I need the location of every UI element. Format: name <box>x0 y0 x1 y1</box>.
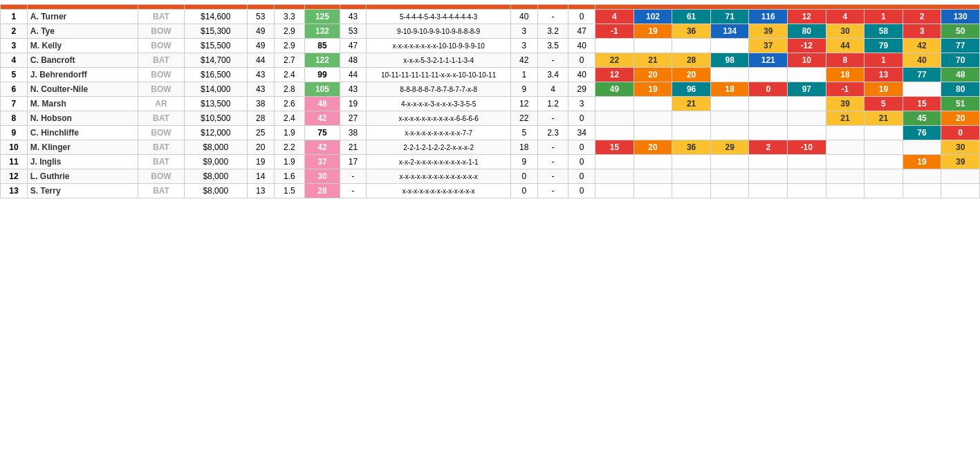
score-cell-1: 20 <box>634 68 672 82</box>
rank-cell: 12 <box>1 169 28 184</box>
ceiling-cell: 48 <box>305 97 340 111</box>
players-table: 1A. TurnerBAT$14,600533.3125435-4-4-4-5-… <box>0 0 980 198</box>
ave-cell: 43 <box>340 10 367 24</box>
score-cell-4: 116 <box>749 10 788 24</box>
proj-cell: 49 <box>247 24 274 39</box>
score-cell-8: 19 <box>903 155 941 169</box>
score-cell-4: 39 <box>749 24 788 39</box>
player-name-cell: N. Coulter-Nile <box>27 82 138 97</box>
table-row: 13S. TerryBAT$8,000131.528-x-x-x-x-x-x-x… <box>1 184 980 198</box>
bowl-pts-cell: 40 <box>568 39 595 53</box>
score-cell-0: 4 <box>595 10 634 24</box>
score-cell-5 <box>788 184 826 198</box>
score-cell-5 <box>788 97 826 111</box>
value-cell: 2.9 <box>274 24 305 39</box>
rank-cell: 5 <box>1 68 28 82</box>
rank-cell: 1 <box>1 10 28 24</box>
score-cell-3 <box>710 111 749 126</box>
score-cell-7: 1 <box>865 53 903 68</box>
score-cell-7 <box>865 184 903 198</box>
score-cell-3 <box>710 39 749 53</box>
bowl-overs-cell: 4 <box>537 82 568 97</box>
col-bat-num <box>367 5 510 10</box>
bowl-pts-cell: 0 <box>568 155 595 169</box>
rank-cell: 13 <box>1 184 28 198</box>
bat-num-cell: 9-10-9-10-9-9-10-9-8-8-8-9 <box>367 24 510 39</box>
score-cell-5: -10 <box>788 140 826 155</box>
proj-cell: 43 <box>247 68 274 82</box>
score-cell-3 <box>710 155 749 169</box>
bat-pts-cell: 0 <box>510 169 537 184</box>
bat-pts-cell: 1 <box>510 68 537 82</box>
score-cell-3: 29 <box>710 140 749 155</box>
score-cell-0 <box>595 169 634 184</box>
score-cell-3 <box>710 126 749 140</box>
score-cell-6: 4 <box>826 10 865 24</box>
player-name-cell: C. Bancroft <box>27 53 138 68</box>
bowl-pts-cell: 0 <box>568 184 595 198</box>
player-name-cell: A. Turner <box>27 10 138 24</box>
price-cell: $10,500 <box>184 111 247 126</box>
score-cell-6 <box>826 155 865 169</box>
table-row: 7M. MarshAR$13,500382.648194-x-x-x-x-3-x… <box>1 97 980 111</box>
proj-cell: 38 <box>247 97 274 111</box>
rank-cell: 3 <box>1 39 28 53</box>
proj-cell: 20 <box>247 140 274 155</box>
score-cell-2 <box>672 184 711 198</box>
ave-cell: 48 <box>340 53 367 68</box>
col-value <box>274 5 305 10</box>
score-cell-5 <box>788 169 826 184</box>
value-cell: 1.6 <box>274 169 305 184</box>
table-row: 10M. KlingerBAT$8,000202.242212-2-1-2-1-… <box>1 140 980 155</box>
score-cell-1 <box>634 111 672 126</box>
table-row: 3M. KellyBOW$15,500492.98547x-x-x-x-x-x-… <box>1 39 980 53</box>
player-name-cell: M. Kelly <box>27 39 138 53</box>
score-cell-2 <box>672 126 711 140</box>
score-cell-2: 36 <box>672 24 711 39</box>
score-cell-7: 21 <box>865 111 903 126</box>
score-cell-2 <box>672 111 711 126</box>
ave-cell: - <box>340 169 367 184</box>
bat-num-cell: x-x-x-x-x-x-x-x-10-10-9-9-9-10 <box>367 39 510 53</box>
bowl-pts-cell: 0 <box>568 111 595 126</box>
pos-cell: BAT <box>138 184 185 198</box>
score-cell-1 <box>634 155 672 169</box>
score-cell-4 <box>749 97 788 111</box>
player-name-cell: M. Marsh <box>27 97 138 111</box>
score-cell-6 <box>826 140 865 155</box>
price-cell: $14,000 <box>184 82 247 97</box>
bowl-pts-cell: 0 <box>568 169 595 184</box>
score-cell-1 <box>634 39 672 53</box>
player-name-cell: C. Hinchliffe <box>27 126 138 140</box>
proj-cell: 25 <box>247 126 274 140</box>
bat-pts-cell: 0 <box>510 184 537 198</box>
col-proj <box>247 5 274 10</box>
score-cell-9: 80 <box>941 82 980 97</box>
col-player <box>27 5 138 10</box>
score-cell-2: 20 <box>672 68 711 82</box>
score-cell-7: 5 <box>865 97 903 111</box>
score-cell-2: 36 <box>672 140 711 155</box>
table-row: 8N. HobsonBAT$10,500282.44227x-x-x-x-x-x… <box>1 111 980 126</box>
player-name-cell: A. Tye <box>27 24 138 39</box>
pos-cell: BAT <box>138 10 185 24</box>
bat-num-cell: x-x-2-x-x-x-x-x-x-x-x-x-1-1 <box>367 155 510 169</box>
ave-cell: 47 <box>340 39 367 53</box>
rank-cell: 9 <box>1 126 28 140</box>
proj-cell: 28 <box>247 111 274 126</box>
score-cell-3: 18 <box>710 82 749 97</box>
price-cell: $8,000 <box>184 140 247 155</box>
score-cell-1: 19 <box>634 82 672 97</box>
price-cell: $8,000 <box>184 184 247 198</box>
table-row: 5J. BehrendorffBOW$16,500432.4994410-11-… <box>1 68 980 82</box>
score-cell-5: 12 <box>788 10 826 24</box>
score-cell-8 <box>903 184 941 198</box>
score-cell-1 <box>634 169 672 184</box>
score-cell-3 <box>710 97 749 111</box>
bat-pts-cell: 5 <box>510 126 537 140</box>
bat-num-cell: 8-8-8-8-8-7-8-7-8-7-7-x-8 <box>367 82 510 97</box>
score-cell-6: 39 <box>826 97 865 111</box>
score-cell-8 <box>903 82 941 97</box>
score-cell-1 <box>634 97 672 111</box>
pos-cell: BAT <box>138 155 185 169</box>
